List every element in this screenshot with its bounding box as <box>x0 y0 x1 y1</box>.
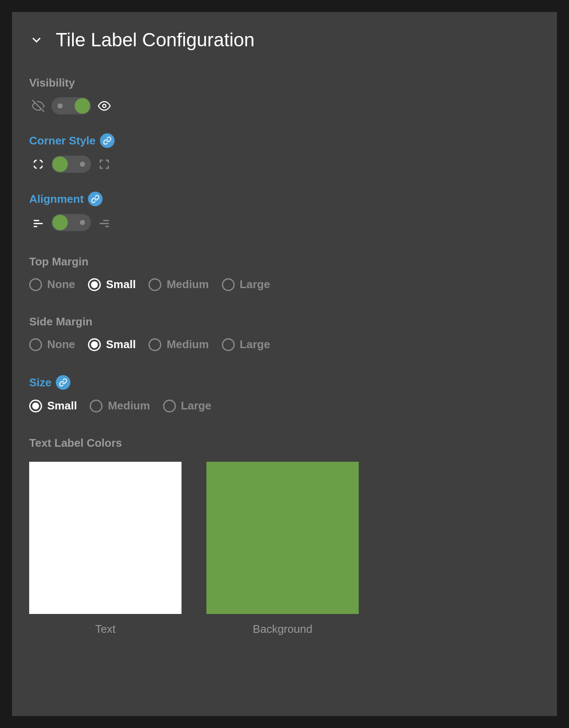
corner-style-toggle[interactable] <box>51 156 91 173</box>
radio-label: None <box>47 278 75 291</box>
radio-icon[interactable] <box>148 338 161 351</box>
size-option-large[interactable]: Large <box>163 399 212 412</box>
radio-label: Small <box>47 399 77 412</box>
side-margin-radio-group: NoneSmallMediumLarge <box>29 338 540 351</box>
corner-style-label: Corner Style <box>29 134 96 147</box>
swatch-box[interactable] <box>206 462 359 614</box>
radio-icon[interactable] <box>148 278 161 291</box>
size-radio-group: SmallMediumLarge <box>29 399 540 412</box>
radio-label: Medium <box>166 278 209 291</box>
panel-title: Tile Label Configuration <box>56 29 254 51</box>
square-corners-icon <box>97 157 112 171</box>
visibility-section: Visibility <box>29 76 540 114</box>
radio-icon[interactable] <box>29 400 42 412</box>
config-panel: Tile Label Configuration Visibility Corn… <box>12 12 557 716</box>
alignment-section: Alignment <box>29 192 540 231</box>
radio-icon[interactable] <box>29 338 42 351</box>
radio-icon[interactable] <box>222 278 235 291</box>
eye-off-icon <box>31 99 45 113</box>
top-margin-option-none[interactable]: None <box>29 278 75 291</box>
top-margin-option-medium[interactable]: Medium <box>148 278 209 291</box>
radio-label: Large <box>181 399 212 412</box>
colors-section: Text Label Colors TextBackground <box>29 436 540 636</box>
radio-label: Large <box>240 338 270 351</box>
side-margin-option-small[interactable]: Small <box>88 338 136 351</box>
radio-icon[interactable] <box>163 400 176 412</box>
radio-icon[interactable] <box>88 278 101 291</box>
link-icon[interactable] <box>100 133 115 148</box>
swatch-label: Background <box>253 623 312 636</box>
radio-label: Small <box>106 338 136 351</box>
side-margin-label: Side Margin <box>29 315 92 328</box>
size-option-medium[interactable]: Medium <box>90 399 150 412</box>
top-margin-option-small[interactable]: Small <box>88 278 136 291</box>
rounded-corners-icon <box>31 157 45 171</box>
radio-icon[interactable] <box>222 338 235 351</box>
radio-label: Medium <box>108 399 150 412</box>
colors-label: Text Label Colors <box>29 436 122 450</box>
radio-icon[interactable] <box>90 400 103 412</box>
swatch-label: Text <box>95 623 116 636</box>
top-margin-label: Top Margin <box>29 255 88 268</box>
radio-icon[interactable] <box>88 338 101 351</box>
radio-icon[interactable] <box>29 278 42 291</box>
link-icon[interactable] <box>56 375 70 390</box>
color-swatch-background: Background <box>206 462 359 636</box>
align-left-icon <box>31 215 45 230</box>
top-margin-section: Top Margin NoneSmallMediumLarge <box>29 255 540 291</box>
alignment-label: Alignment <box>29 193 84 206</box>
radio-label: Medium <box>166 338 209 351</box>
size-section: Size SmallMediumLarge <box>29 375 540 412</box>
side-margin-option-medium[interactable]: Medium <box>148 338 209 351</box>
link-icon[interactable] <box>88 192 103 206</box>
color-swatch-text: Text <box>29 462 182 636</box>
align-right-icon <box>97 215 112 230</box>
panel-header: Tile Label Configuration <box>29 29 540 51</box>
swatch-box[interactable] <box>29 462 182 614</box>
svg-point-1 <box>103 104 106 108</box>
side-margin-section: Side Margin NoneSmallMediumLarge <box>29 315 540 351</box>
top-margin-option-large[interactable]: Large <box>222 278 270 291</box>
collapse-icon[interactable] <box>29 33 44 47</box>
side-margin-option-large[interactable]: Large <box>222 338 270 351</box>
corner-style-section: Corner Style <box>29 133 540 173</box>
side-margin-option-none[interactable]: None <box>29 338 75 351</box>
radio-label: Large <box>240 278 270 291</box>
visibility-label: Visibility <box>29 76 75 90</box>
radio-label: Small <box>106 278 136 291</box>
size-label: Size <box>29 376 51 389</box>
size-option-small[interactable]: Small <box>29 399 77 412</box>
eye-icon <box>97 99 112 113</box>
radio-label: None <box>47 338 75 351</box>
top-margin-radio-group: NoneSmallMediumLarge <box>29 278 540 291</box>
visibility-toggle[interactable] <box>51 97 91 114</box>
alignment-toggle[interactable] <box>51 214 91 231</box>
